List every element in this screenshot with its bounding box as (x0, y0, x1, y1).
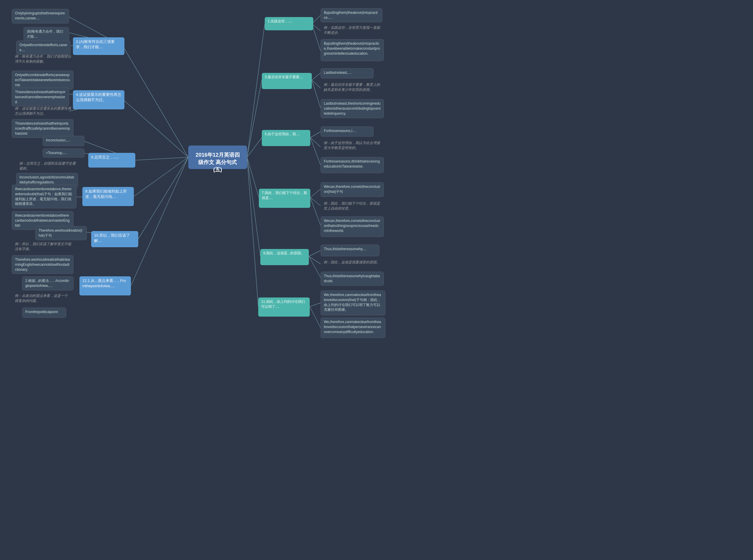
node-n6: 12.1.从...观点来看...，Fromthepointofview,.... (79, 276, 131, 296)
svg-line-5 (131, 157, 188, 286)
node-r5b: 例：因此，这就是我重感冒的原因。 (321, 258, 385, 270)
svg-line-18 (247, 157, 259, 198)
node-n3: 6.总而言之，..... (88, 153, 135, 167)
node-n1d: 例：唯有通力合作，我们才能期望台湾不久有新的面貌。 (12, 52, 75, 68)
node-r2a: Lastbutnoleast,.... (321, 68, 373, 79)
node-n3c: 例：总而言之，好国民应该遵守交通规则。 (16, 159, 79, 173)
svg-line-33 (309, 251, 321, 256)
node-r5c: Thus,thisisthereasonwhylcaughtabadcold. (321, 272, 384, 286)
node-n2: 4.这证据显示的重要性再怎么强调都不为过。 (73, 90, 124, 109)
node-r1: 1.实践这些，.... (265, 17, 313, 30)
svg-line-19 (247, 157, 260, 256)
svg-line-17 (247, 138, 262, 157)
node-n3a: Inconclusion,.... (43, 136, 84, 146)
mindmap-container: 2016年12月英语四级作文 高分句式(五) 2.(A)唯有符合此三项要求，我们… (0, 0, 753, 560)
node-n2b: 例：这证据显示交通安全的重要性再怎么强调都不为过。 (12, 104, 75, 118)
svg-line-29 (310, 138, 321, 165)
node-n5c: Therefore,weshouldrealizethatinlearningE… (12, 255, 74, 274)
node-r3c: Forthesereasons,Ithinkthatreceivingeduca… (321, 157, 384, 173)
svg-line-37 (310, 306, 321, 328)
node-n3b: =Tosumup,.... (43, 148, 84, 158)
svg-line-35 (309, 256, 321, 278)
svg-line-25 (312, 80, 321, 88)
node-r4b: 例：因此，我们能下个结论，那就是世上自由弥珍贵。 (321, 199, 385, 214)
svg-line-30 (310, 189, 321, 198)
node-n6c: Fromthepoliticalpoint (22, 307, 66, 318)
node-r2b: 例：最后但并非最不重要，教育上的缺失是助长青少年犯罪的原因。 (321, 81, 385, 97)
node-r4: 7.因此，我们能下个结论，那就是.... (259, 189, 310, 208)
node-n5b: 例：所以，我们应该了解学英文不能没有字典。 (12, 240, 76, 254)
svg-line-4 (138, 157, 188, 239)
svg-line-0 (123, 46, 188, 157)
node-r1c: Byputtingthem(theabove)intopractice,Ihav… (321, 39, 384, 61)
svg-line-2 (135, 157, 188, 160)
node-r2c: Lastbutnoleast,theshortcomingineducation… (321, 99, 384, 118)
node-r2: 3.最后但并非最不重要.... (262, 73, 312, 89)
node-n5a: Therefore,weshouldrealize(that)子句 (35, 226, 87, 240)
node-n1: 2.(A)唯有符合此三项要求，我们才能.... (73, 37, 124, 55)
node-r3a: Forthesereasons,I.... (321, 126, 373, 137)
node-r5a: Thus,thisisthereasonwhy.... (321, 245, 380, 256)
node-r6b: We,therefore,canmakeclearfromtheabovedis… (321, 318, 385, 338)
svg-line-3 (134, 157, 188, 196)
node-n6a: 2.根据...的看法...，Accordingtopointofview,...… (22, 276, 74, 291)
node-n4a: Ifwecandoasmentionedabove,therecanbenodo… (12, 185, 76, 208)
node-n2a: Thisevidenceshowsthattheimportanceofcann… (12, 87, 69, 106)
svg-line-26 (312, 80, 321, 108)
node-n4: 8.如果我们能做到如上所述，毫无疑问地.... (82, 187, 134, 206)
svg-line-31 (310, 198, 321, 206)
svg-line-1 (123, 99, 188, 157)
node-n1b: (B)唯有通力合作，我们才能.... (23, 27, 69, 41)
svg-line-28 (310, 138, 321, 147)
node-n2c: Thisevidenceshowsthattheimportanceoftraf… (12, 119, 74, 138)
node-r6a: We,therefore,canmakeclearfromtheabovedis… (321, 291, 385, 315)
center-node: 2016年12月英语四级作文 高分句式(五) (188, 145, 247, 169)
node-r5: 9.因此，这就是...的原因。 (260, 249, 309, 265)
svg-line-16 (247, 80, 262, 157)
node-r4c: Wecan,therefore,cometotheconclusionthatn… (321, 216, 384, 237)
node-r4a: Wecan,therefore,cometotheconclusion(that… (321, 182, 384, 197)
node-r1b: 例：实践这些，在智育方面我一直能不断进步。 (321, 23, 385, 37)
svg-line-20 (247, 157, 258, 306)
svg-line-34 (309, 256, 321, 264)
svg-line-36 (310, 303, 321, 306)
node-r1a: Byputtingthem(theabove)intopractice,.... (321, 8, 382, 22)
node-r6: 11.因此，由上列的讨论我们可以明了.... (258, 298, 310, 317)
node-n6b: 例：从政治的观点来看，这是一个很复杂的问题。 (12, 292, 74, 305)
node-n1e: OnlywithcombinedeffortscanweexpectTaiwan… (12, 71, 74, 89)
node-r3: 5.由于这些理由，我.... (262, 130, 310, 146)
svg-line-32 (310, 198, 321, 225)
svg-line-24 (312, 73, 321, 80)
node-r3b: 例：由于这些理由，我认为在台湾接受大学教育是明智的。 (321, 139, 385, 155)
svg-line-27 (310, 132, 321, 138)
node-n5: 10.所以，我们应该了解.... (91, 231, 138, 247)
node-n1a: Onlybylivinguptothethreerequirements,can… (12, 9, 69, 23)
